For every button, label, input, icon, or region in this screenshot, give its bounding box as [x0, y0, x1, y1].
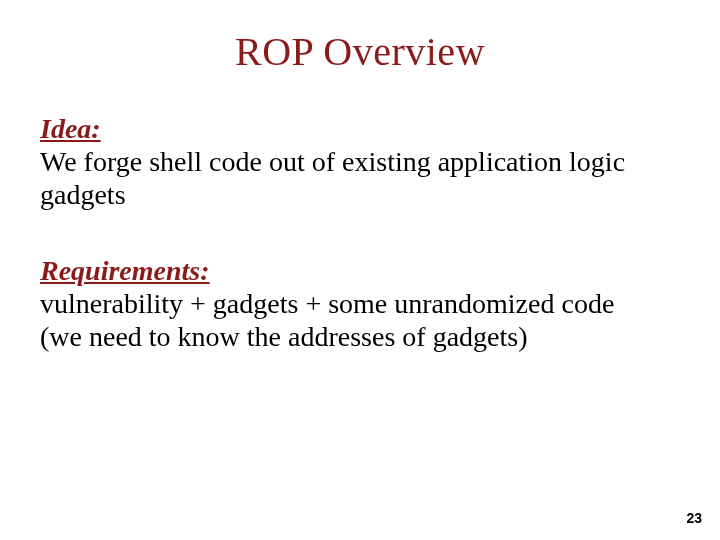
section-body-idea: We forge shell code out of existing appl… [40, 145, 680, 211]
slide-title: ROP Overview [40, 28, 680, 75]
section-heading-idea: Idea: [40, 113, 680, 145]
page-number: 23 [686, 510, 702, 526]
section-idea: Idea: We forge shell code out of existin… [40, 113, 680, 211]
section-requirements: Requirements: vulnerability + gadgets + … [40, 255, 680, 353]
section-heading-requirements: Requirements: [40, 255, 680, 287]
slide: ROP Overview Idea: We forge shell code o… [0, 0, 720, 540]
section-body-requirements: vulnerability + gadgets + some unrandomi… [40, 287, 680, 353]
